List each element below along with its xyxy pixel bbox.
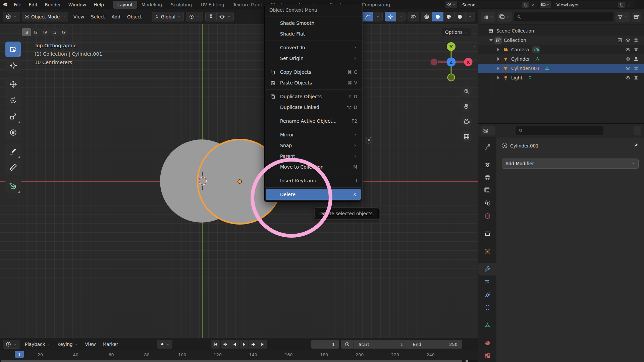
viewlayer-selector-button[interactable] — [540, 1, 551, 8]
new-collection-button[interactable] — [632, 12, 641, 22]
annotate-tool[interactable] — [5, 143, 21, 159]
outliner-search-input[interactable] — [524, 14, 611, 19]
pin-button[interactable] — [633, 143, 639, 148]
transform-orientation-selector[interactable]: Global — [152, 12, 184, 21]
viewport-menu-view[interactable]: View — [70, 14, 88, 19]
sidebar-collapse-arrow[interactable] — [472, 44, 477, 49]
topbar-menu-render[interactable]: Render — [41, 1, 65, 8]
viewport-menu-object[interactable]: Object — [124, 14, 145, 19]
properties-tab-render[interactable] — [478, 159, 496, 171]
properties-tab-particles[interactable] — [478, 276, 496, 288]
frame-ruler[interactable]: 20406080100120140160180200220240 1 — [0, 350, 478, 360]
move-tool[interactable] — [5, 76, 21, 92]
properties-search-input[interactable] — [525, 128, 601, 133]
shading-wireframe-button[interactable] — [421, 12, 432, 21]
disable-in-renders-toggle[interactable] — [632, 56, 640, 62]
menu-item-rename-active-object[interactable]: Rename Active Object...F2 — [265, 116, 362, 126]
topbar-menu-edit[interactable]: Edit — [25, 1, 41, 8]
3d-viewport-canvas[interactable]: Top Orthographic (1) Collection | Cylind… — [0, 24, 478, 338]
timeline-menu-keying[interactable]: Keying — [54, 342, 82, 347]
outliner-search[interactable] — [514, 12, 613, 21]
scrollbar-handle[interactable] — [1, 360, 462, 362]
play-button[interactable] — [239, 340, 249, 349]
timeline-scrollbar[interactable] — [0, 360, 478, 362]
properties-tab-output[interactable] — [478, 171, 496, 184]
outliner-filter-button[interactable] — [615, 12, 630, 22]
pivot-point-selector[interactable] — [186, 12, 203, 21]
proportional-editing-options[interactable] — [373, 12, 383, 21]
outliner-row-cylinder[interactable]: Cylinder — [478, 54, 644, 64]
workspace-tab-texture-paint[interactable]: Texture Paint — [229, 1, 267, 9]
outliner-row-light[interactable]: Light — [478, 73, 644, 82]
cursor-tool[interactable] — [5, 58, 21, 73]
hide-in-viewport-toggle[interactable] — [624, 56, 632, 62]
workspace-tab-layout[interactable]: Layout — [113, 1, 137, 9]
select-mode-subtract[interactable] — [41, 28, 50, 36]
show-overlays-toggle[interactable] — [408, 12, 419, 21]
select-box-tool[interactable] — [5, 42, 21, 57]
properties-tab-constraints[interactable] — [478, 301, 496, 314]
disable-in-renders-toggle[interactable] — [632, 74, 640, 81]
jump-to-start-button[interactable] — [211, 340, 220, 349]
menu-item-duplicate-linked[interactable]: Duplicate Linked⌥ D — [265, 102, 362, 113]
hide-in-viewport-toggle[interactable] — [624, 74, 632, 81]
editor-type-button[interactable] — [3, 12, 20, 21]
properties-tab-scene[interactable] — [478, 197, 496, 209]
navigation-gizmo[interactable]: Y Z X — [427, 39, 477, 89]
workspace-tab-compositing[interactable]: Compositing — [357, 1, 394, 9]
workspace-tab-sculpting[interactable]: Sculpting — [166, 1, 196, 9]
gizmo-options[interactable] — [396, 12, 406, 21]
topbar-menu-help[interactable]: Help — [90, 1, 108, 8]
viewport-menu-add[interactable]: Add — [108, 14, 124, 19]
blender-logo-icon[interactable] — [0, 1, 10, 9]
topbar-menu-window[interactable]: Window — [65, 1, 90, 8]
shading-material-preview-button[interactable] — [443, 12, 454, 21]
light-object[interactable] — [365, 136, 373, 144]
properties-tab-collection[interactable] — [478, 227, 496, 240]
new-scene-button[interactable] — [522, 2, 529, 8]
disclosure-closed-icon[interactable] — [495, 67, 502, 70]
menu-item-copy-objects[interactable]: Copy Objects⌘ C — [265, 67, 362, 77]
current-frame-field[interactable]: 1 — [311, 340, 339, 349]
snap-settings[interactable] — [217, 12, 234, 21]
outliner-row-cylinder-001[interactable]: Cylinder.001 — [478, 64, 644, 73]
add-modifier-dropdown[interactable]: Add Modifier — [502, 159, 639, 169]
disable-in-renders-toggle[interactable] — [632, 65, 640, 72]
disable-in-renders-toggle[interactable] — [632, 37, 640, 44]
pan-button[interactable] — [461, 101, 472, 112]
add-cube-tool[interactable] — [5, 178, 21, 194]
scene-name-field[interactable]: Scene — [459, 1, 538, 8]
viewport-menu-select[interactable]: Select — [88, 14, 108, 19]
viewlayer-name-field[interactable]: ViewLayer — [553, 1, 635, 8]
menu-item-convert-to[interactable]: Convert To — [265, 42, 362, 53]
show-gizmo-toggle[interactable] — [385, 12, 396, 21]
menu-item-set-origin[interactable]: Set Origin — [265, 53, 362, 64]
axis-negative-x-handle[interactable] — [431, 59, 438, 66]
workspace-tab-modeling[interactable]: Modeling — [137, 1, 166, 9]
properties-tab-view-layer[interactable] — [478, 184, 496, 197]
shading-solid-button[interactable] — [432, 12, 443, 21]
disclosure-closed-icon[interactable] — [495, 48, 502, 51]
workspace-tab-uv-editing[interactable]: UV Editing — [196, 1, 228, 9]
menu-item-shade-smooth[interactable]: Shade Smooth — [265, 18, 362, 28]
timeline-menu-view[interactable]: View — [82, 342, 99, 347]
select-mode-new[interactable] — [22, 28, 31, 36]
disable-in-renders-toggle[interactable] — [632, 46, 640, 53]
menu-item-duplicate-objects[interactable]: Duplicate Objects⇧ D — [265, 91, 362, 102]
properties-options-button[interactable] — [634, 126, 641, 135]
timeline-menu-marker[interactable]: Marker — [99, 342, 122, 347]
outliner-row-collection[interactable]: Collection — [478, 36, 644, 45]
camera-view-button[interactable] — [461, 116, 472, 127]
select-mode-extend[interactable] — [32, 28, 40, 36]
hide-in-viewport-toggle[interactable] — [624, 46, 632, 53]
transform-tool[interactable] — [5, 125, 21, 140]
properties-tab-physics[interactable] — [478, 288, 496, 301]
mode-selector[interactable]: Object Mode — [22, 12, 68, 21]
timeline-menu-playback[interactable]: Playback — [21, 342, 54, 347]
playhead-current-frame[interactable]: 1 — [15, 351, 24, 358]
timeline-editor-type-button[interactable] — [3, 340, 20, 349]
proportional-editing-toggle[interactable] — [362, 12, 373, 21]
measure-tool[interactable] — [5, 160, 21, 175]
menu-item-shade-flat[interactable]: Shade Flat — [265, 28, 362, 39]
properties-search[interactable] — [516, 126, 603, 135]
